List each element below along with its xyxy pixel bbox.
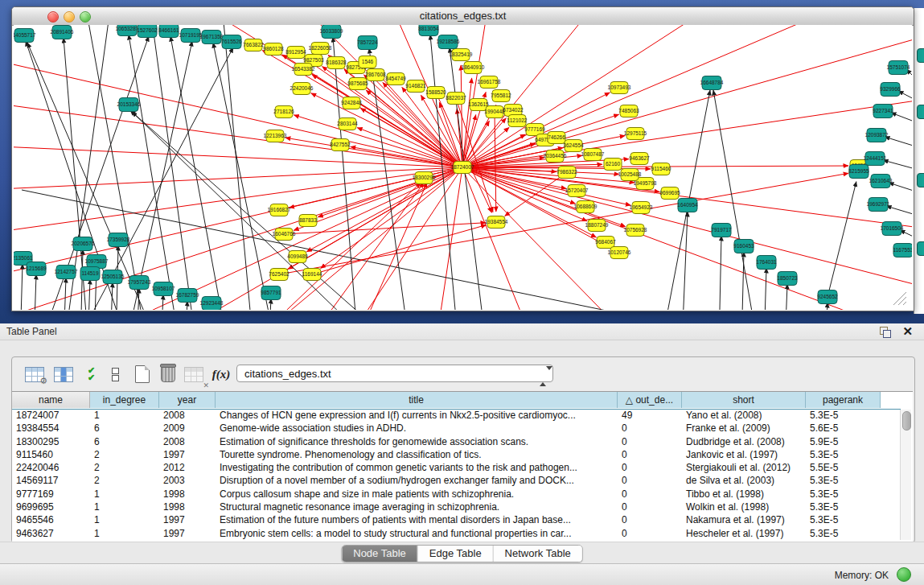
graph-node[interactable]: 18325419	[450, 49, 473, 61]
graph-edge[interactable]	[64, 278, 66, 310]
graph-node[interactable]: 9242848	[341, 97, 362, 109]
graph-node[interactable]: 114519	[80, 267, 100, 281]
graph-node[interactable]: 8186328	[326, 57, 347, 69]
graph-node[interactable]: 18226058	[309, 43, 332, 55]
graph-node[interactable]: 1850723	[777, 272, 798, 286]
graph-node[interactable]: 20891406	[51, 26, 74, 39]
graph-node[interactable]: 9245652	[817, 290, 838, 304]
vertical-scrollbar[interactable]	[900, 410, 911, 540]
close-panel-icon[interactable]: ✕	[902, 324, 913, 339]
graph-node[interactable]: 2867608	[365, 69, 386, 81]
graph-edge[interactable]	[885, 137, 912, 147]
graph-node[interactable]: 22420046	[290, 83, 314, 95]
graph-node[interactable]: 2718126	[273, 106, 294, 118]
graph-node[interactable]: 62160	[604, 159, 622, 171]
table-row[interactable]: 969969511998Structural magnetic resonanc…	[12, 501, 901, 513]
table-row[interactable]: 1456911722003Disruption of a novel membe…	[12, 474, 901, 487]
graph-node[interactable]: 9329966	[880, 83, 901, 97]
column-header-in-degree[interactable]: in_degree	[90, 392, 159, 408]
graph-node[interactable]: 18807249	[585, 220, 609, 232]
show-columns-icon[interactable]	[52, 363, 75, 385]
graph-node[interactable]: 7857224	[357, 36, 378, 50]
table-row[interactable]: 946362711997Embryonic stem cells: a mode…	[12, 527, 901, 540]
graph-edge[interactable]	[785, 284, 787, 310]
graph-node[interactable]: 19218586	[437, 35, 460, 49]
graph-edge[interactable]	[223, 183, 421, 310]
graph-node[interactable]: 9146821	[405, 80, 426, 93]
table-settings-icon[interactable]: ⚙	[23, 363, 46, 385]
graph-node[interactable]: 8822037	[446, 93, 466, 105]
graph-node[interactable]: 7615526	[221, 35, 242, 49]
column-header-out-de---[interactable]: △ out_de...	[618, 392, 682, 408]
graph-edge[interactable]	[161, 295, 163, 310]
column-header-title[interactable]: title	[216, 392, 618, 408]
graph-node[interactable]: 18300295	[413, 172, 436, 184]
graph-node[interactable]: 7663822	[243, 39, 264, 51]
table-row[interactable]: 946554611997Estimation of the future num…	[12, 513, 901, 526]
graph-edge[interactable]	[34, 274, 36, 310]
graph-node[interactable]: 12444151	[864, 152, 887, 166]
graph-edge[interactable]	[294, 167, 462, 230]
graph-node[interactable]: 16046766	[273, 229, 296, 241]
unselect-rows-icon[interactable]	[104, 363, 126, 385]
graph-edge[interactable]	[462, 25, 818, 167]
graph-node[interactable]: 7485063	[618, 105, 639, 117]
graph-node[interactable]: 10719195	[179, 29, 203, 43]
graph-node[interactable]: 1990448	[484, 106, 505, 118]
table-select-dropdown[interactable]: citations_edges.txt	[236, 365, 553, 382]
tab-node-table[interactable]: Node Table	[342, 546, 418, 562]
graph-edge[interactable]	[891, 113, 912, 123]
network-canvas[interactable]: 1872400798601288912954182260589827503165…	[14, 25, 912, 310]
graph-node[interactable]: 7919717	[711, 224, 732, 237]
graph-node[interactable]: 8454749	[385, 73, 406, 85]
table-row[interactable]: 1830029562008Estimation of significance …	[12, 435, 901, 448]
graph-edge[interactable]	[827, 182, 856, 297]
graph-edge[interactable]	[764, 268, 766, 310]
graph-edge[interactable]	[20, 264, 23, 310]
graph-node[interactable]: 10975887	[85, 255, 109, 269]
graph-edge[interactable]	[883, 160, 912, 170]
graph-node[interactable]: 9160453	[733, 240, 754, 253]
graph-node[interactable]: 8215955	[848, 165, 869, 179]
graph-node[interactable]: 15720407	[565, 185, 589, 197]
graph-edge[interactable]	[306, 167, 462, 252]
delete-entries-icon[interactable]	[157, 363, 179, 385]
graph-node[interactable]: 18640910	[462, 62, 485, 74]
graph-node[interactable]: 1527602	[137, 25, 158, 38]
graph-node[interactable]: 18724007	[451, 162, 474, 174]
graph-edge[interactable]	[462, 167, 626, 227]
memory-ok-indicator[interactable]	[897, 567, 911, 582]
scrollbar-thumb[interactable]	[902, 411, 911, 431]
graph-node[interactable]: 12213963	[264, 130, 287, 142]
graph-node[interactable]: 19384554	[485, 216, 508, 229]
graph-node[interactable]: 1167553	[893, 244, 912, 257]
delete-table-icon[interactable]: ✕	[183, 363, 205, 385]
resize-grip[interactable]	[893, 292, 906, 305]
graph-edge[interactable]	[898, 91, 912, 101]
graph-node[interactable]: 10688609	[574, 201, 598, 213]
graph-node[interactable]: 20364456	[544, 150, 567, 163]
graph-edge[interactable]	[889, 183, 912, 192]
graph-node[interactable]: 16543382	[292, 64, 315, 76]
graph-node[interactable]: 1640954	[677, 199, 698, 212]
graph-node[interactable]: 1215689	[26, 262, 47, 276]
graph-node[interactable]: 17016504	[881, 222, 904, 236]
graph-node[interactable]: 1121022	[507, 115, 528, 127]
graph-edge[interactable]	[126, 167, 462, 310]
graph-node[interactable]: 4099489	[287, 251, 308, 263]
graph-node[interactable]: 8427552	[330, 139, 351, 151]
graph-node[interactable]: 1546	[359, 56, 376, 68]
graph-edge[interactable]	[462, 37, 912, 167]
graph-node[interactable]: 12093872	[865, 129, 889, 142]
graph-edge[interactable]	[719, 236, 721, 310]
graph-node[interactable]: 9115460	[651, 163, 671, 175]
graph-edge[interactable]	[269, 299, 271, 310]
new-table-icon[interactable]	[131, 363, 154, 385]
graph-node[interactable]: 9227341	[873, 105, 893, 118]
table-panel-header[interactable]: Table Panel ✕	[0, 323, 924, 340]
graph-node[interactable]: 8813054	[418, 25, 439, 36]
graph-node[interactable]: 16033809	[320, 25, 343, 39]
graph-node[interactable]: 10756928	[624, 225, 647, 237]
graph-node[interactable]: 12975115	[624, 128, 647, 140]
graph-edge[interactable]	[321, 167, 462, 268]
